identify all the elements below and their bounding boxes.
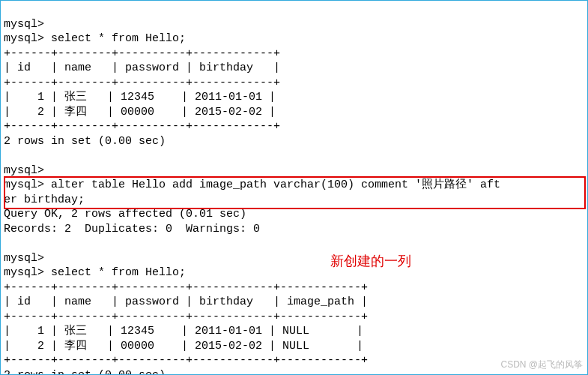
table1-header: | id | name | password | birthday |	[4, 62, 280, 74]
result2: 2 rows in set (0.00 sec)	[4, 369, 166, 376]
prompt-line: mysql>	[4, 164, 44, 177]
table2-border-mid: +------+--------+----------+------------…	[4, 310, 368, 323]
records-line: Records: 2 Duplicates: 0 Warnings: 0	[4, 223, 260, 236]
terminal-output: mysql> mysql> select * from Hello; +----…	[1, 1, 587, 375]
table2-border-bot: +------+--------+----------+------------…	[4, 354, 368, 367]
prompt-line: mysql>	[4, 252, 44, 265]
table2-row2: | 2 | 李四 | 00000 | 2015-02-02 | NULL |	[4, 340, 363, 352]
result1: 2 rows in set (0.00 sec)	[4, 135, 166, 148]
alter-command-line1: mysql> alter table Hello add image_path …	[4, 178, 500, 191]
select-command-1: mysql> select * from Hello;	[4, 32, 186, 45]
alter-command-line2: er birthday;	[4, 194, 85, 206]
table1-row2: | 2 | 李四 | 00000 | 2015-02-02 |	[4, 106, 276, 118]
table1-border-bot: +------+--------+----------+------------…	[4, 120, 280, 133]
table2-border-top: +------+--------+----------+------------…	[4, 281, 368, 294]
watermark-text: CSDN @起飞的风筝	[500, 359, 583, 371]
query-ok: Query OK, 2 rows affected (0.01 sec)	[4, 208, 246, 220]
prompt-line: mysql>	[4, 18, 44, 31]
select-command-2: mysql> select * from Hello;	[4, 266, 186, 279]
table1-row1: | 1 | 张三 | 12345 | 2011-01-01 |	[4, 91, 276, 104]
annotation-new-column: 新创建的一列	[330, 253, 411, 270]
table2-row1: | 1 | 张三 | 12345 | 2011-01-01 | NULL |	[4, 325, 363, 338]
table2-header: | id | name | password | birthday | imag…	[4, 296, 368, 308]
table1-border-mid: +------+--------+----------+------------…	[4, 76, 280, 89]
table1-border-top: +------+--------+----------+------------…	[4, 47, 280, 60]
